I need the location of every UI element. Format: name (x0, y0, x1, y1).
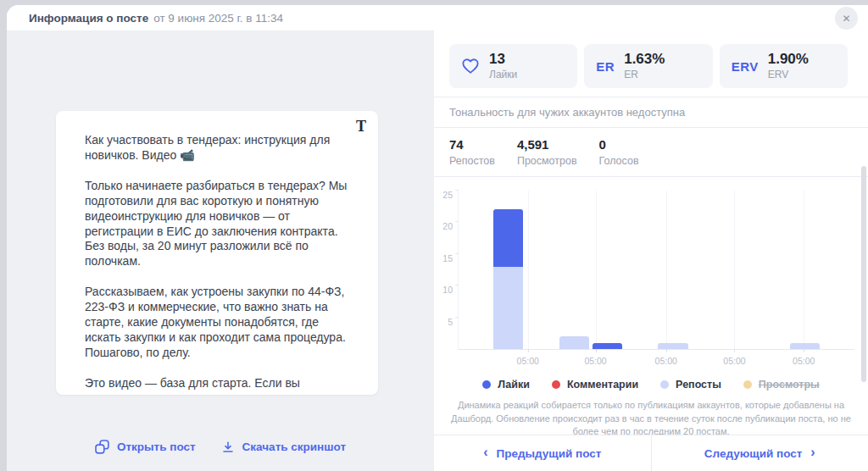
post-paragraph: Только начинаете разбираться в тендерах?… (85, 179, 349, 269)
chevron-right-icon: › (810, 446, 815, 459)
post-pager: ‹ Предыдущий пост Следующий пост › (434, 435, 868, 471)
legend-dot-icon (743, 380, 752, 389)
open-post-label: Открыть пост (117, 441, 196, 453)
open-post-icon (95, 440, 109, 454)
x-axis-tick (804, 349, 804, 352)
download-icon (221, 441, 235, 454)
erv-card: ERV 1.90% ERV (720, 44, 848, 88)
chart-legend: ЛайкиКомментарииРепостыПросмотры (434, 379, 868, 391)
chart-bar-репосты[interactable] (493, 267, 523, 349)
stat-cards-row: 13 Лайки ER 1.63% ER ERV 1.90% ERV (449, 44, 848, 88)
modal-body: T Как участвовать в тендерах: инструкция… (7, 30, 868, 471)
y-axis-tick-label: 5 (448, 317, 453, 327)
legend-item-лайки[interactable]: Лайки (482, 379, 530, 391)
post-info-modal: Информация о посте от 9 июня 2025 г. в 1… (7, 5, 868, 471)
chart-bar-репосты[interactable] (559, 336, 589, 349)
reposts-value: 74 (449, 137, 495, 152)
divider (434, 176, 868, 177)
legend-label: Просмотры (759, 379, 820, 391)
views-label: Просмотров (517, 155, 577, 167)
x-axis-tick-label: 05:00 (584, 356, 606, 366)
previous-post-button[interactable]: ‹ Предыдущий пост (434, 435, 652, 471)
post-paragraph: Это видео — база для старта. Если вы тол… (85, 376, 349, 395)
download-screenshot-button[interactable]: Скачать скриншот (221, 440, 346, 454)
tonality-note: Тональность для чужих аккаунтов недоступ… (434, 97, 868, 127)
x-axis-tick (734, 349, 735, 352)
vertical-gridline (596, 191, 597, 349)
erv-label: ERV (768, 69, 809, 80)
legend-item-просмотры[interactable]: Просмотры (743, 379, 820, 391)
y-axis-tick (455, 221, 459, 222)
modal-title: Информация о посте (29, 12, 148, 25)
chart-bar-лайки[interactable] (593, 343, 622, 349)
chart-bar-лайки[interactable] (493, 209, 523, 266)
legend-label: Репосты (676, 379, 721, 391)
vertical-gridline (528, 191, 529, 349)
reposts-counter: 74 Репостов (449, 137, 495, 176)
open-post-button[interactable]: Открыть пост (95, 440, 196, 454)
erv-value: 1.90% (768, 52, 809, 67)
likes-label: Лайки (489, 69, 517, 80)
y-axis-tick (455, 190, 459, 191)
votes-value: 0 (599, 137, 639, 152)
y-axis-tick (455, 253, 459, 254)
x-axis-tick-label: 05:00 (723, 356, 745, 366)
x-axis-tick-label: 05:00 (655, 356, 677, 366)
reactions-chart: 51015202505:0005:0005:0005:0005:00 (434, 179, 868, 374)
y-axis-tick-label: 10 (442, 285, 453, 295)
next-post-label: Следующий пост (704, 447, 803, 460)
legend-item-комментарии[interactable]: Комментарии (552, 379, 638, 391)
post-preview-card: T Как участвовать в тендерах: инструкция… (56, 111, 378, 395)
vertical-gridline (734, 191, 735, 349)
y-axis-tick (455, 285, 459, 285)
y-axis-tick (455, 317, 459, 318)
download-screenshot-label: Скачать скриншот (242, 441, 346, 453)
legend-dot-icon (482, 380, 491, 389)
post-text: Как участвовать в тендерах: инструкция д… (85, 133, 349, 395)
y-axis-tick-label: 20 (442, 221, 453, 231)
y-axis-tick-label: 25 (442, 190, 453, 200)
post-paragraph: Как участвовать в тендерах: инструкция д… (85, 133, 349, 163)
views-counter: 4,591 Просмотров (517, 137, 577, 176)
heart-icon (461, 58, 480, 75)
post-actions: Открыть пост Скачать скриншот (7, 440, 434, 454)
votes-counter: 0 Голосов (599, 137, 639, 176)
counters-row: 74 Репостов 4,591 Просмотров 0 Голосов (434, 128, 868, 176)
legend-label: Лайки (498, 379, 530, 391)
er-label: ER (624, 69, 665, 80)
reposts-label: Репостов (449, 155, 495, 167)
chart-bar-репосты[interactable] (790, 343, 820, 349)
close-button[interactable]: ✕ (835, 7, 858, 30)
erv-icon: ERV (732, 59, 759, 74)
x-axis-tick-label: 05:00 (793, 356, 815, 366)
legend-dot-icon (660, 380, 669, 389)
previous-post-label: Предыдущий пост (496, 447, 601, 460)
modal-header: Информация о посте от 9 июня 2025 г. в 1… (7, 5, 868, 30)
likes-value: 13 (489, 52, 517, 67)
votes-label: Голосов (599, 155, 639, 167)
post-paragraph: Рассказываем, как устроены закупки по 44… (85, 285, 349, 361)
chevron-left-icon: ‹ (483, 446, 487, 459)
post-preview-pane: T Как участвовать в тендерах: инструкция… (7, 30, 434, 471)
scrollbar-thumb[interactable] (861, 166, 866, 382)
x-axis-tick (666, 349, 667, 352)
er-card: ER 1.63% ER (584, 44, 712, 88)
likes-card: 13 Лайки (449, 44, 577, 88)
legend-label: Комментарии (567, 379, 638, 391)
views-value: 4,591 (517, 137, 577, 152)
er-value: 1.63% (624, 52, 665, 67)
y-axis-tick-label: 15 (442, 253, 453, 263)
next-post-button[interactable]: Следующий пост › (652, 435, 868, 471)
post-stats-pane: 13 Лайки ER 1.63% ER ERV 1.90% ERV (434, 30, 868, 471)
chart-bar-репосты[interactable] (658, 343, 687, 349)
x-axis-tick-label: 05:00 (517, 356, 539, 366)
close-icon: ✕ (842, 13, 850, 25)
legend-item-репосты[interactable]: Репосты (660, 379, 721, 391)
chart-footnote: Динамика реакций собирается только по пу… (445, 399, 857, 439)
chart-plot-area: 51015202505:0005:0005:0005:0005:00 (458, 191, 854, 350)
vertical-gridline (666, 191, 667, 349)
x-axis-tick (596, 349, 597, 352)
x-axis-tick (528, 349, 529, 352)
vertical-gridline (804, 191, 804, 349)
post-type-icon: T (356, 118, 366, 136)
